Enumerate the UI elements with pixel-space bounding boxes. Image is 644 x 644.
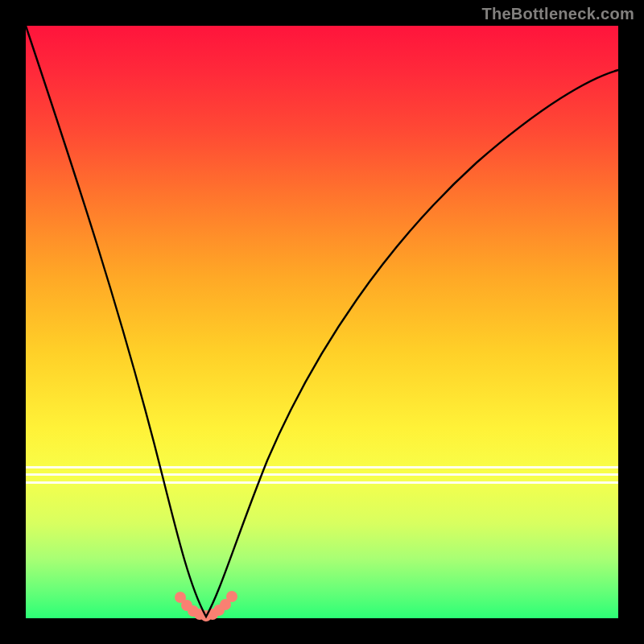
svg-point-8 — [226, 591, 237, 602]
plot-area — [26, 26, 618, 618]
chart-frame: TheBottleneck.com — [0, 0, 644, 644]
bottleneck-curve-path — [26, 26, 618, 617]
chart-svg — [26, 26, 618, 618]
watermark-text: TheBottleneck.com — [481, 5, 634, 23]
